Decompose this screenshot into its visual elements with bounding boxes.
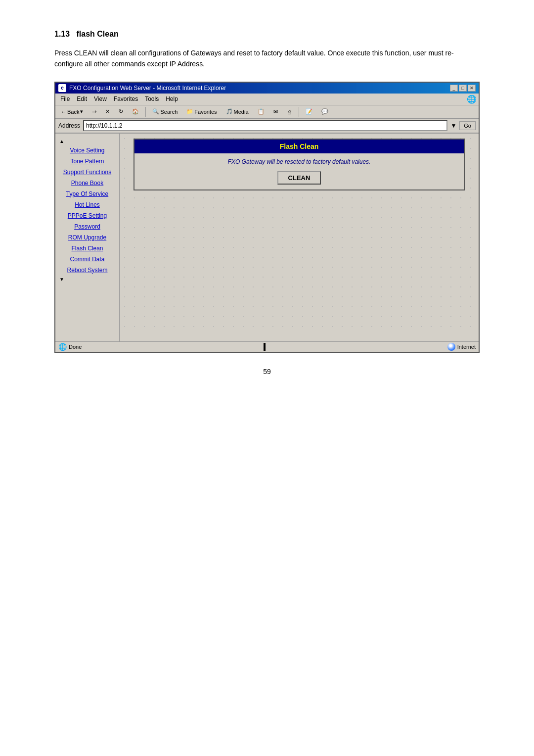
- menu-view[interactable]: View: [91, 94, 110, 103]
- done-icon: 🌐: [58, 343, 67, 351]
- titlebar-left: e FXO Configuration Web Server - Microso…: [58, 84, 226, 92]
- mail-button[interactable]: ✉: [270, 107, 281, 116]
- toolbar-separator-1: [145, 107, 146, 117]
- sidebar-link-rom-upgrade[interactable]: ROM Upgrade: [57, 232, 117, 243]
- status-zone-text: Internet: [457, 344, 476, 350]
- flash-clean-box: Flash Clean FXO Gateway will be reseted …: [134, 139, 465, 190]
- dropdown-arrow[interactable]: ▼: [450, 122, 456, 129]
- status-internet: Internet: [447, 343, 476, 351]
- media-button[interactable]: 🎵 Media: [222, 107, 252, 116]
- section-description: Press CLEAN will clean all configuration…: [54, 47, 480, 70]
- section-title: 1.13 flash Clean: [54, 30, 480, 39]
- close-button[interactable]: ✕: [468, 85, 476, 92]
- sidebar-link-password[interactable]: Password: [57, 221, 117, 232]
- page-number: 59: [54, 368, 480, 376]
- home-button[interactable]: 🏠: [129, 107, 142, 116]
- scroll-up-arrow[interactable]: ▲: [59, 139, 64, 144]
- sidebar-link-reboot-system[interactable]: Reboot System: [57, 265, 117, 276]
- sidebar-link-hot-lines[interactable]: Hot Lines: [57, 199, 117, 210]
- stop-button[interactable]: ✕: [102, 107, 113, 116]
- go-button[interactable]: Go: [459, 121, 476, 130]
- sidebar-link-commit-data[interactable]: Commit Data: [57, 254, 117, 265]
- sidebar-link-support-functions[interactable]: Support Functions: [57, 167, 117, 178]
- sidebar-link-type-of-service[interactable]: Type Of Service: [57, 189, 117, 199]
- browser-title: FXO Configuration Web Server - Microsoft…: [69, 85, 226, 92]
- titlebar-controls[interactable]: _ □ ✕: [450, 85, 476, 92]
- scroll-down-arrow[interactable]: ▼: [59, 277, 64, 282]
- back-button[interactable]: ← Back ▾: [57, 107, 87, 116]
- page-content: 1.13 flash Clean Press CLEAN will clean …: [54, 30, 480, 376]
- print-button[interactable]: 🖨: [283, 107, 296, 116]
- sidebar-link-voice-setting[interactable]: Voice Setting: [57, 145, 117, 156]
- flash-clean-body: FXO Gateway will be reseted to factory d…: [134, 153, 464, 189]
- sidebar-link-tone-pattern[interactable]: Tone Pattern: [57, 156, 117, 167]
- browser-statusbar: 🌐 Done Internet: [55, 341, 479, 352]
- clean-button[interactable]: CLEAN: [277, 171, 321, 185]
- address-label: Address: [58, 122, 80, 129]
- discuss-btn[interactable]: 💬: [318, 107, 332, 116]
- refresh-button[interactable]: ↻: [115, 107, 127, 116]
- scroll-down-area: ▼: [57, 276, 117, 283]
- ie-logo-icon: 🌐: [467, 94, 477, 104]
- flash-clean-message: FXO Gateway will be reseted to factory d…: [139, 158, 459, 165]
- search-button[interactable]: 🔍 Search: [149, 107, 181, 116]
- main-panel: Flash Clean FXO Gateway will be reseted …: [120, 134, 479, 341]
- menu-edit[interactable]: Edit: [74, 94, 90, 103]
- flash-clean-header: Flash Clean: [134, 140, 464, 153]
- forward-button[interactable]: ⇒: [89, 107, 100, 116]
- edit-btn[interactable]: 📝: [302, 107, 316, 116]
- address-bar: Address ▼ Go: [55, 119, 479, 134]
- status-done-text: Done: [69, 344, 82, 350]
- browser-window: e FXO Configuration Web Server - Microso…: [54, 82, 480, 353]
- sidebar-link-phone-book[interactable]: Phone Book: [57, 178, 117, 189]
- browser-body: ▲ Voice Setting Tone Pattern Support Fun…: [55, 134, 479, 341]
- toolbar-separator-2: [299, 107, 299, 117]
- minimize-button[interactable]: _: [450, 85, 458, 92]
- address-input[interactable]: [83, 120, 447, 131]
- scroll-up-area: ▲: [57, 138, 117, 145]
- status-done: 🌐 Done: [58, 343, 82, 351]
- menu-file[interactable]: File: [57, 94, 73, 103]
- browser-menubar: File Edit View Favorites Tools Help 🌐: [55, 94, 479, 105]
- browser-titlebar: e FXO Configuration Web Server - Microso…: [55, 83, 479, 94]
- browser-toolbar: ← Back ▾ ⇒ ✕ ↻ 🏠 🔍 Search 📁 Favorites 🎵 …: [55, 105, 479, 119]
- ie-icon: e: [58, 84, 66, 92]
- sidebar: ▲ Voice Setting Tone Pattern Support Fun…: [55, 134, 120, 341]
- history-button[interactable]: 📋: [254, 107, 268, 116]
- menu-tools[interactable]: Tools: [142, 94, 162, 103]
- content-area: Flash Clean FXO Gateway will be reseted …: [120, 134, 479, 331]
- maximize-button[interactable]: □: [459, 85, 467, 92]
- progress-indicator: [264, 343, 266, 351]
- sidebar-link-pppoe-setting[interactable]: PPPoE Setting: [57, 210, 117, 221]
- favorites-button[interactable]: 📁 Favorites: [183, 107, 220, 116]
- internet-globe-icon: [447, 343, 455, 351]
- status-progress-bar: [87, 343, 442, 351]
- menu-help[interactable]: Help: [163, 94, 181, 103]
- menu-favorites[interactable]: Favorites: [111, 94, 141, 103]
- sidebar-link-flash-clean[interactable]: Flash Clean: [57, 243, 117, 254]
